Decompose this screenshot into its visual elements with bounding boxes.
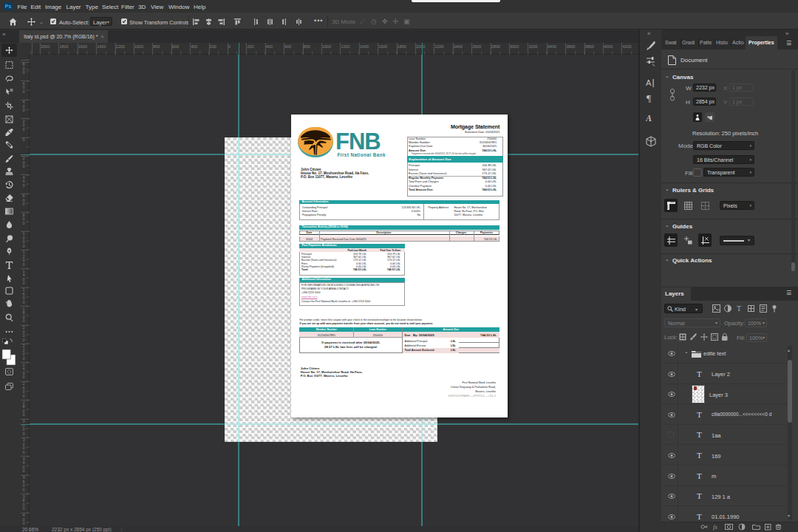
svg-text:fx: fx: [713, 524, 717, 531]
svg-text:A: A: [646, 78, 652, 87]
svg-text:¶: ¶: [647, 92, 651, 103]
svg-text:T: T: [737, 304, 741, 313]
svg-text:A: A: [646, 113, 652, 123]
